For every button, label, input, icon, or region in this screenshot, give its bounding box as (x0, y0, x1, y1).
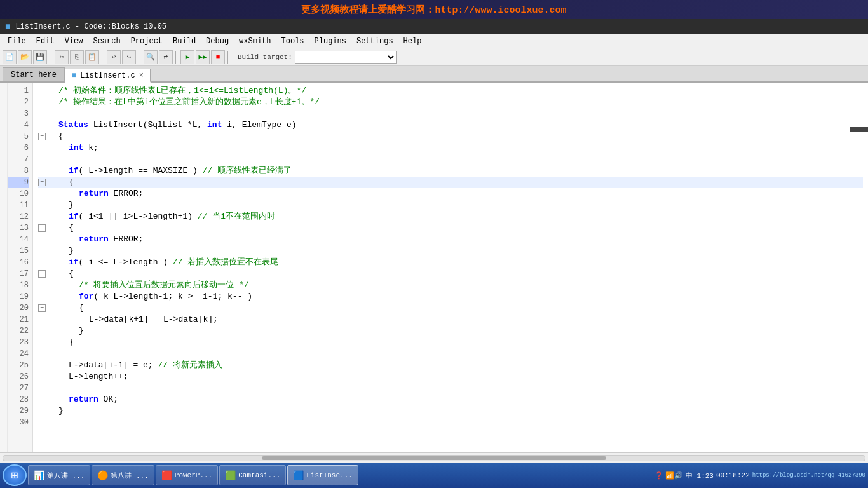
toolbar-search[interactable]: 🔍 (144, 50, 158, 64)
code-line-22: } (38, 325, 863, 337)
fold-20[interactable]: − (38, 304, 46, 312)
toolbar-undo[interactable]: ↩ (107, 50, 121, 64)
menu-tools[interactable]: Tools (276, 36, 309, 47)
build-target-label: Build target: (238, 53, 292, 61)
code-line-28: return OK; (38, 394, 863, 405)
taskbar-icon-0: 📊 (34, 470, 44, 481)
code-line-5: − { (38, 131, 863, 142)
toolbar-save[interactable]: 💾 (33, 50, 47, 64)
fold-13[interactable]: − (38, 224, 46, 232)
window-title: ListInsert.c - Code::Blocks 10.05 (15, 22, 166, 31)
fold-5[interactable]: − (38, 133, 46, 140)
menu-project[interactable]: Project (126, 36, 168, 47)
code-line-23: } (38, 337, 863, 348)
menu-wxsmith[interactable]: wxSmith (234, 36, 276, 47)
right-sidebar-label[interactable]: 默认 (850, 127, 868, 132)
toolbar-redo[interactable]: ↪ (122, 50, 136, 64)
menu-debug[interactable]: Debug (201, 36, 234, 47)
taskbar-label-0: 第八讲 ... (47, 471, 85, 480)
toolbar-sep2 (102, 51, 104, 64)
code-line-24 (38, 348, 863, 360)
taskbar-btn-4[interactable]: 🟦 ListInse... (287, 465, 358, 485)
fold-9[interactable]: − (38, 179, 46, 186)
code-line-3 (38, 108, 863, 119)
taskbar-time: 00:18:22 (716, 471, 750, 479)
taskbar-tray-label: 中 1:23 (686, 471, 714, 480)
code-line-21: L->data[k+1] = L->data[k]; (38, 314, 863, 325)
code-line-6: int k; (38, 142, 863, 154)
toolbar-run[interactable]: ▶ (180, 50, 194, 64)
menu-edit[interactable]: Edit (31, 36, 60, 47)
toolbar-copy[interactable]: ⎘ (70, 50, 84, 64)
code-line-15: } (38, 245, 863, 257)
toolbar-paste[interactable]: 📋 (85, 50, 99, 64)
line-numbers: 1 2 3 4 5 6 7 8 9 10 11 12 13 14 15 16 1… (8, 83, 33, 452)
toolbar-open[interactable]: 📂 (18, 50, 32, 64)
tray-help-icon[interactable]: ❓ (654, 471, 663, 480)
fold-17[interactable]: − (38, 270, 46, 278)
code-line-19: for( k=L->length-1; k >= i-1; k-- ) (38, 291, 863, 302)
taskbar-clock: 00:18:22 (716, 471, 750, 479)
editor-area: 1 2 3 4 5 6 7 8 9 10 11 12 13 14 15 16 1… (0, 83, 868, 452)
tab-start-label: Start here (11, 71, 57, 79)
tab-listinsert-icon: ■ (72, 71, 76, 80)
taskbar-tray-text: 中 1:23 (686, 471, 714, 480)
code-line-13: − { (38, 222, 863, 234)
app-icon: ■ (5, 22, 10, 32)
taskbar: ⊞ 📊 第八讲 ... 🟠 第八讲 ... 🟥 PowerP... 🟩 Camt… (0, 463, 868, 488)
code-line-1: /* 初始条件：顺序线性表L已存在，1<=i<=ListLength(L)。*/ (38, 85, 863, 97)
tab-start-here[interactable]: Start here (3, 67, 65, 81)
code-area[interactable]: /* 初始条件：顺序线性表L已存在，1<=i<=ListLength(L)。*/… (33, 83, 868, 452)
top-banner: 更多视频教程请上爱酷学习网：http://www.icoolxue.com (0, 0, 868, 19)
tab-close-btn[interactable]: × (139, 71, 144, 80)
menu-help[interactable]: Help (398, 36, 427, 47)
code-line-29: } (38, 405, 863, 417)
menu-settings[interactable]: Settings (351, 36, 398, 47)
taskbar-blog: https://blog.csdn.net/qq_41627390 (752, 472, 865, 478)
code-line-26: L->length++; (38, 371, 863, 383)
taskbar-btn-1[interactable]: 🟠 第八讲 ... (92, 465, 154, 485)
build-target-select[interactable] (295, 51, 397, 64)
toolbar-sep4 (175, 51, 178, 64)
taskbar-label-3: Camtasi... (238, 471, 280, 479)
title-bar: ■ ListInsert.c - Code::Blocks 10.05 (0, 19, 868, 34)
hscroll-thumb[interactable] (262, 456, 606, 460)
tab-listinsert-label: ListInsert.c (80, 71, 135, 80)
taskbar-icon-2: 🟥 (161, 470, 172, 481)
taskbar-tray: ❓ 📶🔊 (654, 471, 683, 480)
toolbar-new[interactable]: 📄 (3, 50, 17, 64)
taskbar-right: ❓ 📶🔊 中 1:23 00:18:22 https://blog.csdn.n… (654, 471, 865, 480)
tab-listinsert[interactable]: ■ ListInsert.c × (65, 69, 151, 83)
taskbar-btn-0[interactable]: 📊 第八讲 ... (28, 465, 90, 485)
hscroll-track[interactable] (3, 455, 865, 461)
taskbar-btn-3[interactable]: 🟩 Camtasi... (219, 465, 286, 485)
toolbar-sep1 (50, 51, 52, 64)
menu-search[interactable]: Search (88, 36, 125, 47)
menu-view[interactable]: View (60, 36, 88, 47)
menu-file[interactable]: File (3, 36, 31, 47)
code-line-20: − { (38, 302, 863, 314)
code-line-18: /* 将要插入位置后数据元素向后移动一位 */ (38, 280, 863, 291)
code-line-2: /* 操作结果：在L中第i个位置之前插入新的数据元素e，L长度+1。*/ (38, 97, 863, 108)
menu-build[interactable]: Build (168, 36, 201, 47)
menu-plugins[interactable]: Plugins (309, 36, 351, 47)
taskbar-icon-1: 🟠 (97, 470, 108, 481)
code-line-17: − { (38, 268, 863, 280)
toolbar-replace[interactable]: ⇄ (159, 50, 173, 64)
taskbar-start-button[interactable]: ⊞ (3, 464, 27, 486)
toolbar-sep3 (139, 51, 141, 64)
code-line-16: if( i <= L->length ) // 若插入数据位置不在表尾 (38, 257, 863, 268)
taskbar-label-4: ListInse... (306, 471, 353, 479)
code-line-12: if( i<1 || i>L->length+1) // 当i不在范围内时 (38, 211, 863, 222)
taskbar-btn-2[interactable]: 🟥 PowerP... (156, 465, 218, 485)
taskbar-label-2: PowerP... (175, 471, 212, 479)
toolbar-stop[interactable]: ■ (211, 50, 225, 64)
toolbar-cut[interactable]: ✂ (55, 50, 69, 64)
menu-bar: File Edit View Search Project Build Debu… (0, 34, 868, 48)
code-line-10: return ERROR; (38, 188, 863, 200)
taskbar-icon-4: 🟦 (293, 470, 304, 481)
code-line-30 (38, 417, 863, 428)
toolbar-sep5 (227, 51, 230, 64)
hscroll[interactable] (0, 452, 868, 463)
toolbar-build-run[interactable]: ▶▶ (196, 50, 210, 64)
